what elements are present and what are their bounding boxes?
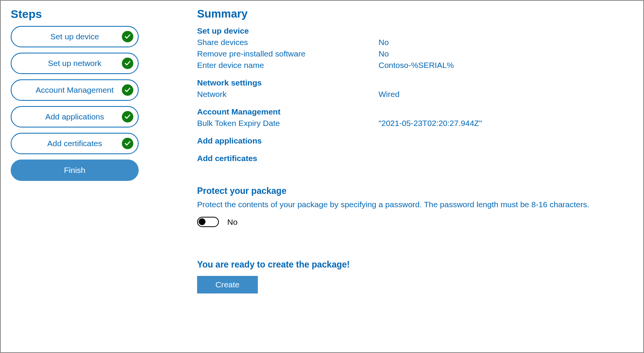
sidebar: Steps Set up device Set up network Accou… xyxy=(11,8,152,345)
row-value: No xyxy=(379,38,633,47)
toggle-row: No xyxy=(197,217,633,227)
summary-row: Remove pre-installed software No xyxy=(197,49,633,58)
section-heading-add-certificates: Add certificates xyxy=(197,154,633,163)
step-set-up-network[interactable]: Set up network xyxy=(11,53,139,74)
step-label: Set up network xyxy=(48,59,101,68)
section-heading-setup-device: Set up device xyxy=(197,26,633,35)
summary-row: Enter device name Contoso-%SERIAL% xyxy=(197,61,633,70)
toggle-knob xyxy=(199,218,205,225)
ready-text: You are ready to create the package! xyxy=(197,260,633,270)
step-finish[interactable]: Finish xyxy=(11,160,139,181)
toggle-label: No xyxy=(227,218,238,227)
create-button[interactable]: Create xyxy=(197,276,258,293)
section-heading-account-management: Account Management xyxy=(197,107,633,116)
summary-row: Network Wired xyxy=(197,90,633,99)
step-add-certificates[interactable]: Add certificates xyxy=(11,133,139,154)
section-heading-add-applications: Add applications xyxy=(197,136,633,145)
row-value: No xyxy=(379,49,633,58)
row-label: Bulk Token Expiry Date xyxy=(197,119,379,128)
row-value: Contoso-%SERIAL% xyxy=(379,61,633,70)
check-icon xyxy=(122,84,133,96)
summary-title: Summary xyxy=(197,8,633,20)
check-icon xyxy=(122,138,133,149)
step-account-management[interactable]: Account Management xyxy=(11,79,139,101)
row-value: Wired xyxy=(379,90,633,99)
step-label: Set up device xyxy=(50,32,99,41)
check-icon xyxy=(122,111,133,123)
summary-row: Share devices No xyxy=(197,38,633,47)
sidebar-title: Steps xyxy=(11,8,152,21)
protect-description: Protect the contents of your package by … xyxy=(197,200,633,209)
row-label: Share devices xyxy=(197,38,379,47)
step-label: Add applications xyxy=(45,112,104,121)
row-value: "2021-05-23T02:20:27.944Z" xyxy=(379,119,633,128)
step-label: Add certificates xyxy=(47,139,102,148)
row-label: Network xyxy=(197,90,379,99)
step-set-up-device[interactable]: Set up device xyxy=(11,26,139,47)
protect-heading: Protect your package xyxy=(197,186,633,196)
check-icon xyxy=(122,31,133,42)
protect-toggle[interactable] xyxy=(197,217,219,227)
main-content: Summary Set up device Share devices No R… xyxy=(152,8,633,345)
step-label: Finish xyxy=(64,166,85,174)
section-heading-network-settings: Network settings xyxy=(197,78,633,87)
row-label: Enter device name xyxy=(197,61,379,70)
step-add-applications[interactable]: Add applications xyxy=(11,106,139,127)
step-label: Account Management xyxy=(36,85,113,94)
row-label: Remove pre-installed software xyxy=(197,49,379,58)
check-icon xyxy=(122,58,133,69)
summary-row: Bulk Token Expiry Date "2021-05-23T02:20… xyxy=(197,119,633,128)
